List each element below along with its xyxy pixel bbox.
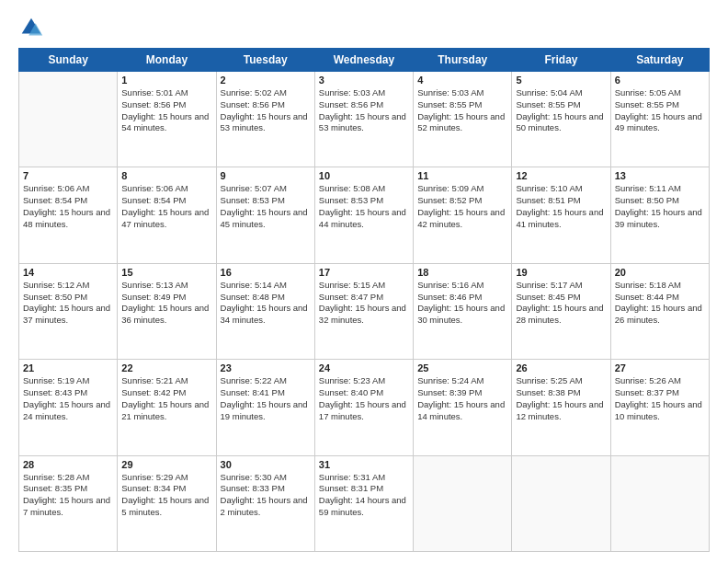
calendar-cell: 4 Sunrise: 5:03 AMSunset: 8:55 PMDayligh… <box>414 72 512 167</box>
day-number: 16 <box>221 267 311 278</box>
calendar-cell: 3 Sunrise: 5:03 AMSunset: 8:56 PMDayligh… <box>314 72 413 167</box>
weekday-wednesday: Wednesday <box>314 49 413 72</box>
calendar-cell: 22 Sunrise: 5:21 AMSunset: 8:42 PMDaylig… <box>118 360 216 455</box>
calendar-cell: 30 Sunrise: 5:30 AMSunset: 8:33 PMDaylig… <box>216 455 314 551</box>
day-info: Sunrise: 5:05 AMSunset: 8:55 PMDaylight:… <box>615 87 705 134</box>
day-info: Sunrise: 5:06 AMSunset: 8:54 PMDaylight:… <box>23 183 113 230</box>
day-info: Sunrise: 5:02 AMSunset: 8:56 PMDaylight:… <box>221 87 311 134</box>
day-info: Sunrise: 5:06 AMSunset: 8:54 PMDaylight:… <box>121 183 211 230</box>
calendar-cell <box>19 72 118 167</box>
day-info: Sunrise: 5:03 AMSunset: 8:56 PMDaylight:… <box>319 87 409 134</box>
weekday-tuesday: Tuesday <box>216 49 314 72</box>
day-number: 12 <box>516 170 606 181</box>
day-info: Sunrise: 5:04 AMSunset: 8:55 PMDaylight:… <box>516 87 606 134</box>
calendar-cell: 9 Sunrise: 5:07 AMSunset: 8:53 PMDayligh… <box>216 167 314 263</box>
day-number: 13 <box>615 170 705 181</box>
calendar-cell <box>610 455 709 551</box>
calendar-cell <box>512 455 610 551</box>
day-info: Sunrise: 5:31 AMSunset: 8:31 PMDaylight:… <box>319 472 409 519</box>
day-number: 22 <box>121 362 211 373</box>
day-info: Sunrise: 5:10 AMSunset: 8:51 PMDaylight:… <box>516 183 606 230</box>
day-info: Sunrise: 5:13 AMSunset: 8:49 PMDaylight:… <box>121 280 211 327</box>
calendar-cell <box>414 455 512 551</box>
day-info: Sunrise: 5:11 AMSunset: 8:50 PMDaylight:… <box>615 183 705 230</box>
day-number: 10 <box>319 170 409 181</box>
weekday-thursday: Thursday <box>414 49 512 72</box>
day-info: Sunrise: 5:30 AMSunset: 8:33 PMDaylight:… <box>221 472 311 519</box>
day-number: 24 <box>319 362 409 373</box>
day-number: 9 <box>221 170 311 181</box>
logo-icon <box>18 15 44 40</box>
calendar-cell: 6 Sunrise: 5:05 AMSunset: 8:55 PMDayligh… <box>610 72 709 167</box>
day-info: Sunrise: 5:22 AMSunset: 8:41 PMDaylight:… <box>221 375 311 422</box>
day-info: Sunrise: 5:23 AMSunset: 8:40 PMDaylight:… <box>319 375 409 422</box>
day-info: Sunrise: 5:18 AMSunset: 8:44 PMDaylight:… <box>615 280 705 327</box>
day-info: Sunrise: 5:24 AMSunset: 8:39 PMDaylight:… <box>417 375 507 422</box>
day-info: Sunrise: 5:17 AMSunset: 8:45 PMDaylight:… <box>516 280 606 327</box>
calendar-week-1: 7 Sunrise: 5:06 AMSunset: 8:54 PMDayligh… <box>19 167 710 263</box>
day-info: Sunrise: 5:26 AMSunset: 8:37 PMDaylight:… <box>615 375 705 422</box>
day-number: 11 <box>417 170 507 181</box>
day-number: 4 <box>417 75 507 86</box>
day-number: 29 <box>121 459 211 470</box>
day-info: Sunrise: 5:14 AMSunset: 8:48 PMDaylight:… <box>221 280 311 327</box>
day-number: 27 <box>615 362 705 373</box>
page: SundayMondayTuesdayWednesdayThursdayFrid… <box>0 0 728 563</box>
calendar-cell: 24 Sunrise: 5:23 AMSunset: 8:40 PMDaylig… <box>314 360 413 455</box>
calendar-cell: 14 Sunrise: 5:12 AMSunset: 8:50 PMDaylig… <box>19 263 118 359</box>
calendar-week-3: 21 Sunrise: 5:19 AMSunset: 8:43 PMDaylig… <box>19 360 710 455</box>
day-number: 15 <box>121 267 211 278</box>
day-number: 26 <box>516 362 606 373</box>
weekday-friday: Friday <box>512 49 610 72</box>
calendar-cell: 7 Sunrise: 5:06 AMSunset: 8:54 PMDayligh… <box>19 167 118 263</box>
calendar-cell: 1 Sunrise: 5:01 AMSunset: 8:56 PMDayligh… <box>118 72 216 167</box>
day-number: 19 <box>516 267 606 278</box>
day-number: 30 <box>221 459 311 470</box>
calendar-table: SundayMondayTuesdayWednesdayThursdayFrid… <box>18 48 710 552</box>
calendar-cell: 28 Sunrise: 5:28 AMSunset: 8:35 PMDaylig… <box>19 455 118 551</box>
day-number: 7 <box>23 170 113 181</box>
calendar-cell: 13 Sunrise: 5:11 AMSunset: 8:50 PMDaylig… <box>610 167 709 263</box>
calendar-cell: 5 Sunrise: 5:04 AMSunset: 8:55 PMDayligh… <box>512 72 610 167</box>
day-info: Sunrise: 5:15 AMSunset: 8:47 PMDaylight:… <box>319 280 409 327</box>
calendar-cell: 29 Sunrise: 5:29 AMSunset: 8:34 PMDaylig… <box>118 455 216 551</box>
calendar-cell: 15 Sunrise: 5:13 AMSunset: 8:49 PMDaylig… <box>118 263 216 359</box>
calendar-cell: 10 Sunrise: 5:08 AMSunset: 8:53 PMDaylig… <box>314 167 413 263</box>
day-info: Sunrise: 5:29 AMSunset: 8:34 PMDaylight:… <box>121 472 211 519</box>
day-info: Sunrise: 5:12 AMSunset: 8:50 PMDaylight:… <box>23 280 113 327</box>
calendar-cell: 18 Sunrise: 5:16 AMSunset: 8:46 PMDaylig… <box>414 263 512 359</box>
day-info: Sunrise: 5:28 AMSunset: 8:35 PMDaylight:… <box>23 472 113 519</box>
calendar-cell: 20 Sunrise: 5:18 AMSunset: 8:44 PMDaylig… <box>610 263 709 359</box>
day-number: 6 <box>615 75 705 86</box>
header <box>18 15 710 40</box>
calendar-cell: 2 Sunrise: 5:02 AMSunset: 8:56 PMDayligh… <box>216 72 314 167</box>
day-number: 23 <box>221 362 311 373</box>
day-number: 5 <box>516 75 606 86</box>
calendar-cell: 16 Sunrise: 5:14 AMSunset: 8:48 PMDaylig… <box>216 263 314 359</box>
weekday-sunday: Sunday <box>19 49 118 72</box>
day-number: 18 <box>417 267 507 278</box>
day-info: Sunrise: 5:09 AMSunset: 8:52 PMDaylight:… <box>417 183 507 230</box>
calendar-cell: 19 Sunrise: 5:17 AMSunset: 8:45 PMDaylig… <box>512 263 610 359</box>
day-number: 1 <box>121 75 211 86</box>
calendar-cell: 27 Sunrise: 5:26 AMSunset: 8:37 PMDaylig… <box>610 360 709 455</box>
calendar-cell: 25 Sunrise: 5:24 AMSunset: 8:39 PMDaylig… <box>414 360 512 455</box>
day-number: 8 <box>121 170 211 181</box>
logo <box>18 15 48 40</box>
day-info: Sunrise: 5:19 AMSunset: 8:43 PMDaylight:… <box>23 375 113 422</box>
calendar-week-0: 1 Sunrise: 5:01 AMSunset: 8:56 PMDayligh… <box>19 72 710 167</box>
day-number: 31 <box>319 459 409 470</box>
calendar-cell: 17 Sunrise: 5:15 AMSunset: 8:47 PMDaylig… <box>314 263 413 359</box>
day-number: 21 <box>23 362 113 373</box>
day-info: Sunrise: 5:03 AMSunset: 8:55 PMDaylight:… <box>417 87 507 134</box>
calendar-header: SundayMondayTuesdayWednesdayThursdayFrid… <box>19 49 710 72</box>
calendar-week-2: 14 Sunrise: 5:12 AMSunset: 8:50 PMDaylig… <box>19 263 710 359</box>
calendar-cell: 21 Sunrise: 5:19 AMSunset: 8:43 PMDaylig… <box>19 360 118 455</box>
weekday-monday: Monday <box>118 49 216 72</box>
day-info: Sunrise: 5:07 AMSunset: 8:53 PMDaylight:… <box>221 183 311 230</box>
day-number: 3 <box>319 75 409 86</box>
day-number: 14 <box>23 267 113 278</box>
calendar-cell: 11 Sunrise: 5:09 AMSunset: 8:52 PMDaylig… <box>414 167 512 263</box>
day-number: 20 <box>615 267 705 278</box>
calendar-cell: 8 Sunrise: 5:06 AMSunset: 8:54 PMDayligh… <box>118 167 216 263</box>
